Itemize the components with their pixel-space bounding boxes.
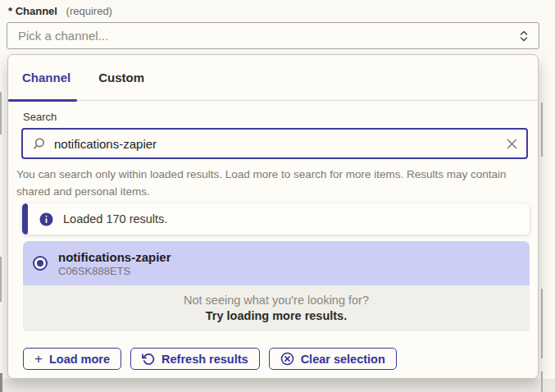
load-more-hint-box: Not seeing what you're looking for? Try … (23, 285, 530, 331)
result-title: notifications-zapier (58, 250, 171, 264)
field-name: * Channel (8, 5, 57, 17)
background-band (0, 379, 555, 392)
required-note: (required) (66, 5, 112, 17)
result-id: C06SK888ETS (58, 265, 171, 277)
result-option-notifications-zapier[interactable]: notifications-zapier C06SK888ETS (23, 241, 530, 285)
magnifier-icon (32, 137, 46, 151)
select-placeholder: Pick a channel... (18, 29, 108, 43)
tab-channel[interactable]: Channel (8, 55, 84, 100)
tabs-bar: Channel Custom (8, 55, 538, 101)
select-updown-chevron-icon (519, 30, 529, 43)
load-more-button[interactable]: + Load more (23, 348, 121, 370)
plus-icon: + (34, 352, 43, 366)
search-value: notifications-zapier (54, 137, 507, 151)
clipped-field-border (541, 371, 543, 392)
clear-selection-label: Clear selection (301, 353, 385, 366)
channel-dropdown-panel: Channel Custom Search notifications-zapi… (7, 54, 539, 379)
tab-custom[interactable]: Custom (84, 55, 158, 100)
clipped-field-border (541, 103, 543, 157)
x-circle-icon (280, 352, 294, 366)
clipped-field-border (0, 92, 2, 134)
clipped-field-border (0, 257, 2, 302)
channel-select[interactable]: Pick a channel... (7, 22, 539, 49)
alert-text: Loaded 170 results. (63, 212, 167, 226)
refresh-results-label: Refresh results (161, 353, 248, 366)
info-circle-icon (39, 212, 53, 226)
hint-question: Not seeing what you're looking for? (184, 293, 369, 308)
radio-selected-icon[interactable] (33, 256, 48, 271)
clipped-field-border (0, 373, 2, 392)
search-help-text: You can search only within loaded result… (16, 166, 526, 200)
search-label: Search (23, 111, 57, 123)
hint-action: Try loading more results. (206, 308, 347, 324)
actions-row: + Load more Refresh results Clear select… (23, 348, 397, 370)
search-input[interactable]: notifications-zapier (21, 128, 528, 159)
clear-search-icon[interactable] (507, 139, 517, 149)
clear-selection-button[interactable]: Clear selection (269, 348, 397, 370)
active-tab-underline (8, 99, 77, 102)
loaded-results-alert: Loaded 170 results. (22, 203, 530, 235)
load-more-label: Load more (49, 353, 110, 366)
clipped-field-border (541, 289, 543, 358)
channel-field-label: * Channel (required) (8, 5, 112, 17)
refresh-ccw-icon (142, 353, 155, 366)
refresh-results-button[interactable]: Refresh results (130, 348, 260, 370)
alert-accent-bar (22, 203, 28, 235)
